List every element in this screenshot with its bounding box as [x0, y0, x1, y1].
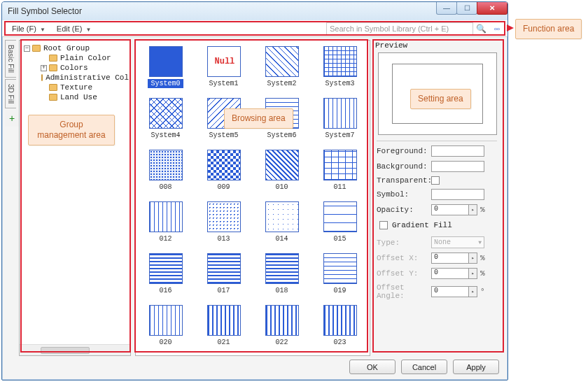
group-tree[interactable]: −Root GroupPlain Color+ColorsAdministrat…	[20, 41, 130, 105]
swatch-preview	[149, 201, 183, 232]
swatch-item[interactable]: 008	[139, 150, 192, 192]
swatch-label: System6	[264, 131, 299, 140]
gradient-checkbox[interactable]	[379, 221, 388, 229]
swatch-item[interactable]: 009	[197, 150, 251, 192]
percent-unit: %	[480, 254, 485, 262]
swatch-item[interactable]: 022	[255, 305, 309, 347]
annotation-arrow-icon	[507, 24, 514, 31]
tree-item-label[interactable]: Texture	[60, 83, 92, 92]
swatch-item[interactable]: System3	[313, 46, 367, 88]
tree-item-label[interactable]: Land Use	[60, 93, 97, 101]
swatch-item[interactable]: 019	[313, 253, 367, 295]
swatch-preview	[323, 201, 357, 232]
swatch-label: 019	[330, 286, 349, 295]
opacity-stepper[interactable]: ▸	[469, 204, 477, 215]
swatch-item[interactable]: 013	[197, 201, 251, 243]
folder-icon	[49, 55, 57, 62]
swatch-label: 012	[156, 234, 174, 243]
percent-unit: %	[480, 269, 485, 278]
swatch-label: 016	[156, 286, 174, 295]
swatch-item[interactable]: 020	[139, 305, 192, 347]
swatch-item[interactable]: System4	[139, 98, 192, 140]
swatch-preview	[323, 253, 357, 284]
chevron-down-icon: ▼	[478, 239, 482, 246]
side-tab-basic-fill[interactable]: Basic Fill	[5, 40, 16, 78]
menu-file[interactable]: File (F) ▼	[6, 22, 51, 35]
swatch-label: 008	[156, 183, 174, 192]
swatch-item[interactable]: 018	[255, 253, 309, 295]
tree-item-label[interactable]: Plain Color	[60, 54, 111, 62]
offsetx-stepper[interactable]: ▸	[469, 253, 477, 264]
gradient-label: Gradient Fill	[392, 221, 452, 229]
swatch-item[interactable]: 016	[139, 253, 192, 295]
swatch-preview	[207, 201, 241, 232]
folder-icon	[49, 84, 57, 91]
side-tab-add[interactable]: +	[5, 110, 19, 127]
tree-expand-icon[interactable]: +	[41, 65, 47, 71]
swatch-preview	[207, 305, 241, 336]
swatch-item[interactable]: 023	[313, 305, 367, 347]
offsety-stepper[interactable]: ▸	[469, 268, 477, 279]
swatch-item[interactable]: 014	[255, 201, 309, 243]
swatch-item[interactable]: System2	[255, 46, 309, 88]
gradient-type-select[interactable]: None▼	[431, 236, 484, 248]
swatch-preview	[323, 305, 357, 336]
close-button[interactable]: ✕	[477, 2, 507, 15]
swatch-browser[interactable]: System0NullSystem1System2System3System4S…	[135, 40, 370, 356]
swatch-item[interactable]: 015	[313, 201, 367, 243]
offsetangle-input[interactable]: 0	[431, 286, 469, 297]
opacity-input[interactable]: 0	[431, 204, 469, 215]
minimize-button[interactable]: —	[436, 2, 457, 15]
offsetangle-stepper[interactable]: ▸	[469, 286, 477, 297]
null-label: Null	[215, 57, 235, 66]
background-label: Background:	[377, 162, 431, 171]
preview-label: Preview	[371, 40, 503, 51]
swatch-item[interactable]: 012	[139, 201, 192, 243]
apply-button[interactable]: Apply	[453, 360, 499, 374]
cancel-button[interactable]: Cancel	[401, 360, 447, 374]
swatch-label: System2	[264, 79, 299, 88]
menubar: File (F) ▼ Edit (E) ▼ Search in Symbol L…	[2, 20, 507, 37]
search-input[interactable]: Search in Symbol Library (Ctrl + E)	[326, 22, 473, 35]
gradient-type-value: None	[434, 239, 451, 246]
swatch-label: 013	[214, 234, 232, 243]
group-tree-panel: −Root GroupPlain Color+ColorsAdministrat…	[19, 40, 131, 356]
menu-file-label: File (F)	[12, 24, 36, 33]
swatch-item[interactable]: 021	[197, 305, 251, 347]
tree-item-label[interactable]: Administrative Col	[46, 73, 129, 82]
swatch-item[interactable]: System0	[139, 46, 192, 88]
swatch-item[interactable]: 011	[313, 150, 367, 192]
symbol-input[interactable]	[431, 189, 484, 200]
swatch-item[interactable]: System7	[313, 98, 367, 140]
swatch-label: 021	[214, 338, 232, 347]
ok-button[interactable]: OK	[349, 360, 396, 374]
offsetx-input[interactable]: 0	[431, 253, 469, 264]
swatch-preview: Null	[207, 46, 241, 77]
horizontal-scrollbar[interactable]	[20, 344, 130, 355]
swatch-preview	[323, 150, 357, 180]
swatch-item[interactable]: NullSystem1	[197, 46, 251, 88]
symbol-tool-icon[interactable]: ▫▫	[491, 22, 503, 35]
background-color-input[interactable]	[431, 161, 484, 172]
menu-edit[interactable]: Edit (E) ▼	[51, 22, 97, 35]
offsety-input[interactable]: 0	[431, 268, 469, 279]
offsetangle-label: Offset Angle:	[377, 283, 431, 300]
transparent-checkbox[interactable]	[431, 176, 440, 185]
foreground-color-input[interactable]	[431, 145, 484, 157]
side-tab-3d-fill[interactable]: 3D Fill	[5, 79, 16, 108]
swatch-item[interactable]: 017	[197, 253, 251, 295]
swatch-preview	[265, 305, 299, 336]
tree-collapse-icon[interactable]: −	[24, 45, 30, 52]
search-icon[interactable]: 🔍	[476, 24, 486, 34]
search-placeholder: Search in Symbol Library (Ctrl + E)	[330, 24, 449, 33]
swatch-item[interactable]: 010	[255, 150, 309, 192]
window-title: Fill Symbol Selector	[8, 6, 82, 16]
swatch-label: System5	[206, 131, 241, 140]
swatch-label: 010	[272, 183, 290, 192]
tree-root-label[interactable]: Root Group	[43, 44, 90, 52]
settings-panel: Preview Foreground: Background: Transpar…	[371, 40, 503, 356]
swatch-preview	[149, 253, 183, 284]
maximize-button[interactable]: ☐	[456, 2, 477, 15]
folder-icon	[41, 74, 43, 81]
tree-item-label[interactable]: Colors	[60, 64, 88, 72]
